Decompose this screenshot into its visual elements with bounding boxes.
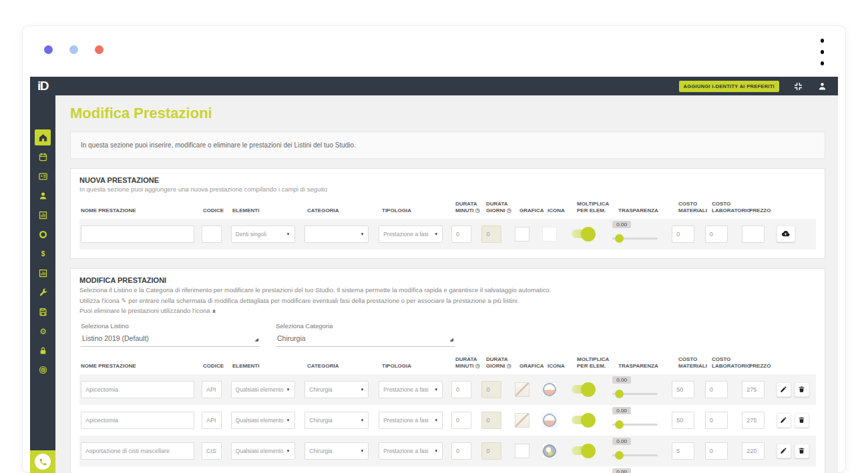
- prezzo-input[interactable]: [742, 225, 765, 243]
- elementi-select[interactable]: Qualsiasi elemento▼: [231, 381, 295, 398]
- window-traffic-dots: [44, 45, 103, 54]
- edit-pencil-icon: [780, 386, 787, 393]
- costo-laboratorio-input[interactable]: [705, 225, 728, 243]
- moltiplica-toggle[interactable]: [572, 416, 593, 424]
- durata-minuti-input[interactable]: [451, 442, 471, 460]
- sidebar-item-save[interactable]: [35, 304, 51, 320]
- nome-prestazione-input[interactable]: [81, 412, 194, 429]
- edit-service-button[interactable]: [777, 444, 791, 458]
- chevron-down-icon: ▼: [286, 232, 290, 236]
- codice-input[interactable]: [202, 412, 222, 429]
- moltiplica-toggle[interactable]: [572, 446, 593, 455]
- sidebar-item-user[interactable]: [35, 187, 51, 203]
- sidebar-item-contact-card[interactable]: [35, 168, 51, 184]
- grafica-thumbnail[interactable]: [515, 413, 529, 428]
- clock-icon: ◷: [505, 207, 511, 213]
- categoria-select-group: Seleziona Categoria Chirurgia ◢: [276, 322, 455, 347]
- prezzo-input[interactable]: [742, 442, 765, 460]
- column-header-dgio: DURATA GIORNI ◷: [486, 201, 519, 215]
- sidebar-item-wrench[interactable]: [35, 284, 51, 300]
- user-icon: [38, 191, 48, 201]
- elementi-select[interactable]: Qualsiasi elemento▼: [231, 412, 295, 429]
- sidebar-item-home[interactable]: [35, 129, 51, 145]
- trasparenza-slider[interactable]: 0.00: [612, 409, 660, 432]
- sidebar-item-ring[interactable]: [35, 226, 51, 242]
- service-row: Qualsiasi elemento▼ Chirurgia▼ Prestazio…: [79, 466, 816, 473]
- phone-icon: [39, 458, 47, 466]
- categoria-select[interactable]: Chirurgia▼: [304, 442, 369, 460]
- delete-service-button[interactable]: [795, 382, 809, 397]
- costo-laboratorio-input[interactable]: [705, 442, 728, 460]
- trasparenza-slider[interactable]: 0.00: [612, 223, 660, 246]
- column-header-dmin: DURATA MINUTI ◷: [455, 201, 486, 215]
- costo-materiali-input[interactable]: [672, 381, 694, 398]
- elementi-select[interactable]: Qualsiasi elemento▼: [231, 442, 295, 460]
- durata-minuti-input[interactable]: [451, 225, 471, 243]
- trasparenza-slider[interactable]: 0.00: [612, 470, 660, 473]
- sidebar-item-stats[interactable]: [35, 265, 51, 281]
- dropdown-triangle-icon: ◢: [255, 337, 258, 342]
- listino-select[interactable]: Listino 2019 (Default) ◢: [81, 334, 260, 347]
- categoria-select[interactable]: Chirurgia▼: [304, 412, 369, 429]
- sidebar-item-lock[interactable]: [35, 342, 51, 358]
- grafica-box[interactable]: [515, 227, 529, 242]
- column-header-molt: MOLTIPLICA PER ELEM.: [577, 201, 618, 215]
- codice-input[interactable]: [202, 225, 222, 243]
- trasparenza-slider[interactable]: 0.00: [612, 378, 660, 401]
- add-to-favorites-button[interactable]: AGGIUNGI I-DENTITY AI PREFERITI: [679, 81, 779, 92]
- categoria-select[interactable]: Chirurgia ◢: [276, 334, 455, 347]
- slider-thumb[interactable]: [615, 234, 624, 243]
- intro-text: In questa sezione puoi inserire, modific…: [81, 141, 356, 149]
- clock-icon: ◷: [474, 207, 480, 213]
- costo-materiali-input[interactable]: [672, 412, 694, 429]
- durata-minuti-input[interactable]: [451, 412, 471, 429]
- sidebar-item-bar-chart[interactable]: [35, 207, 51, 223]
- nome-prestazione-input[interactable]: [81, 381, 194, 398]
- user-account-icon[interactable]: [817, 81, 827, 91]
- costo-materiali-input[interactable]: [672, 442, 694, 460]
- tipologia-select[interactable]: Prestazione a fasi▼: [379, 225, 443, 243]
- moltiplica-toggle[interactable]: [572, 385, 593, 394]
- delete-service-button[interactable]: [795, 413, 809, 428]
- tipologia-select[interactable]: Prestazione a fasi▼: [379, 381, 443, 398]
- kebab-menu-icon[interactable]: [821, 39, 824, 65]
- durata-minuti-input[interactable]: [451, 381, 471, 398]
- slider-thumb[interactable]: [615, 451, 624, 460]
- edit-service-button[interactable]: [777, 413, 791, 428]
- save-new-service-button[interactable]: [777, 225, 795, 242]
- trasparenza-slider[interactable]: 0.00: [612, 440, 660, 462]
- phone-call-button[interactable]: [30, 450, 55, 473]
- chevron-down-icon: ▼: [434, 232, 438, 236]
- tipologia-select[interactable]: Prestazione a fasi▼: [379, 442, 443, 460]
- costo-materiali-input[interactable]: [672, 225, 694, 243]
- codice-input[interactable]: [202, 442, 222, 460]
- tooth-pink-icon: [543, 414, 556, 427]
- delete-service-button[interactable]: [795, 444, 809, 458]
- compress-icon[interactable]: [793, 81, 803, 91]
- slider-thumb[interactable]: [615, 390, 624, 398]
- slider-thumb[interactable]: [615, 420, 624, 429]
- sidebar-item-calendar[interactable]: [35, 149, 51, 165]
- nome-prestazione-input[interactable]: [81, 442, 194, 460]
- codice-input[interactable]: [202, 381, 222, 398]
- nome-prestazione-input[interactable]: [81, 225, 194, 243]
- edit-service-button[interactable]: [777, 382, 791, 397]
- costo-laboratorio-input[interactable]: [705, 412, 728, 429]
- chevron-down-icon: ▼: [360, 418, 364, 422]
- sidebar-item-gear[interactable]: ⚙: [35, 323, 51, 339]
- categoria-select[interactable]: Chirurgia▼: [304, 381, 369, 398]
- column-header-code: CODICE: [203, 363, 232, 370]
- prezzo-input[interactable]: [742, 381, 765, 398]
- moltiplica-toggle[interactable]: [572, 229, 593, 238]
- browser-window: iD AGGIUNGI I-DENTITY AI PREFERITI $⚙ Mo…: [22, 25, 846, 473]
- grafica-thumbnail[interactable]: [515, 382, 529, 397]
- tipologia-select[interactable]: Prestazione a fasi▼: [379, 412, 443, 429]
- costo-laboratorio-input[interactable]: [705, 381, 728, 398]
- sidebar-item-support[interactable]: [35, 362, 51, 378]
- prezzo-input[interactable]: [742, 412, 765, 429]
- icona-box[interactable]: [542, 227, 557, 242]
- grafica-thumbnail[interactable]: [515, 444, 529, 458]
- elementi-select[interactable]: Denti singoli▼: [231, 225, 295, 243]
- sidebar-item-dollar[interactable]: $: [35, 246, 51, 262]
- categoria-select[interactable]: ▼: [304, 225, 369, 243]
